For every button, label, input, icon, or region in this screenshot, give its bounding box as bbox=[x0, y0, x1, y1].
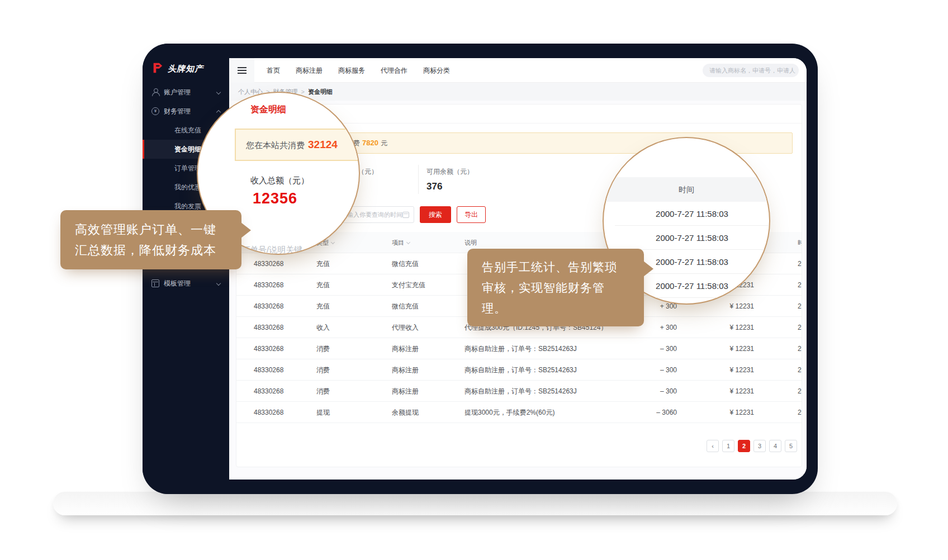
callout-line: 高效管理账户订单、一键 bbox=[75, 219, 227, 240]
sidebar-item-label: 模板管理 bbox=[164, 279, 191, 287]
cell-type: 充值 bbox=[316, 296, 330, 317]
magnified-time-cell: 2000-7-27 11:58:03 bbox=[615, 202, 769, 226]
pagination-page-button[interactable]: 1 bbox=[722, 440, 734, 452]
callout-line: 汇总数据，降低财务成本 bbox=[75, 240, 227, 260]
cell-desc: 商标自助注册，订单号：SB2514263J bbox=[464, 359, 577, 381]
cell-balance: ¥ 12231 bbox=[687, 317, 754, 338]
nav-item-home[interactable]: 首页 bbox=[267, 66, 280, 75]
cell-balance: ¥ 12231 bbox=[687, 402, 754, 423]
cell-balance: ¥ 12231 bbox=[687, 359, 754, 381]
laptop-base bbox=[53, 492, 897, 515]
sidebar-item-account[interactable]: 账户管理 bbox=[143, 83, 229, 102]
cell-project: 代理收入 bbox=[392, 317, 419, 338]
pagination-page-button[interactable]: 4 bbox=[769, 440, 781, 452]
banner-amount: 7820 bbox=[362, 139, 378, 147]
pagination-page-button[interactable]: 3 bbox=[753, 440, 766, 452]
chevron-down-icon bbox=[216, 281, 221, 286]
magnified-income-value: 12356 bbox=[253, 190, 297, 207]
calendar-icon bbox=[402, 212, 409, 218]
magnified-banner: 您在本站共消费32124 bbox=[235, 129, 360, 161]
callout-right-text: 告别手工统计、告别繁琐审核，实现智能财务管理。 bbox=[482, 257, 629, 319]
nav-item-trademark-categories[interactable]: 商标分类 bbox=[423, 66, 450, 75]
chevron-down-icon bbox=[216, 90, 221, 94]
banner-unit: 元 bbox=[381, 139, 387, 147]
search-input[interactable]: 请输入商标名，申请号，申请人 bbox=[703, 64, 799, 77]
callout-line: 告别手工统计、告别繁琐 bbox=[482, 257, 629, 277]
cell-order-no: 48330268 bbox=[254, 402, 283, 423]
search-button[interactable]: 搜索 bbox=[420, 206, 451, 223]
cell-amount: – 300 bbox=[610, 359, 677, 381]
cell-project: 微信充值 bbox=[392, 253, 419, 274]
cell-amount: – 300 bbox=[610, 381, 677, 402]
menu-toggle-button[interactable] bbox=[229, 58, 254, 83]
cell-type: 消费 bbox=[316, 338, 330, 359]
nav-item-trademark-services[interactable]: 商标服务 bbox=[338, 66, 365, 75]
chevron-up-icon bbox=[216, 110, 221, 115]
magnified-time-header: 时间 bbox=[604, 177, 769, 202]
nav-item-agent-cooperation[interactable]: 代理合作 bbox=[381, 66, 407, 75]
cell-time: 2000-7-27 11:58:03 bbox=[798, 274, 802, 296]
breadcrumb: 个人中心>财务管理>资金明细 bbox=[229, 83, 807, 101]
cell-type: 消费 bbox=[316, 381, 330, 402]
cell-type: 充值 bbox=[316, 253, 330, 274]
col-header-label: 项目 bbox=[392, 239, 404, 246]
cell-project: 支付宝充值 bbox=[392, 274, 425, 296]
cell-time: 2000-7-27 11:58:03 bbox=[798, 359, 802, 381]
col-header-time: 时间 bbox=[798, 232, 802, 253]
sidebar-item-label: 资金明细 bbox=[174, 145, 201, 153]
date-placeholder: 请输入你要查询的时间 bbox=[341, 211, 402, 218]
callout-arrow-icon bbox=[241, 222, 251, 238]
export-button[interactable]: 导出 bbox=[457, 206, 486, 223]
logo: 头牌知产 bbox=[151, 61, 203, 76]
sidebar-item-label: 在线充值 bbox=[174, 126, 201, 134]
breadcrumb-separator: > bbox=[301, 88, 304, 95]
table-row: 48330268 消费 商标注册 商标自助注册，订单号：SB2514263J –… bbox=[236, 381, 802, 402]
cell-time: 2000-7-27 11:58:03 bbox=[798, 381, 802, 402]
sort-caret-icon bbox=[406, 240, 410, 244]
cell-type: 提现 bbox=[316, 402, 330, 423]
cell-desc: 商标自助注册，订单号：SB2514263J bbox=[464, 338, 577, 359]
template-icon bbox=[151, 279, 159, 287]
sidebar-item-finance[interactable]: ¥ 财务管理 bbox=[143, 102, 229, 121]
cell-time: 2000-7-27 11:58:03 bbox=[798, 253, 802, 274]
cell-amount: – 300 bbox=[610, 338, 677, 359]
sort-caret-icon bbox=[331, 240, 335, 244]
cell-time: 2000-7-27 11:58:03 bbox=[798, 402, 802, 423]
cell-balance: ¥ 12231 bbox=[687, 338, 754, 359]
cell-time: 2000-7-27 11:58:03 bbox=[798, 317, 802, 338]
sidebar-item-templates[interactable]: 模板管理 bbox=[143, 274, 229, 293]
pagination: ‹ 12345 bbox=[707, 440, 797, 452]
cell-desc: 提现3000元，手续费2%(60元) bbox=[464, 402, 554, 423]
pagination-page-button[interactable]: 2 bbox=[738, 440, 750, 452]
cell-order-no: 48330268 bbox=[254, 296, 283, 317]
col-header-project[interactable]: 项目 bbox=[392, 232, 410, 253]
pagination-pages: 12345 bbox=[722, 440, 797, 452]
top-nav: 首页 商标注册 商标服务 代理合作 商标分类 bbox=[267, 58, 450, 83]
pagination-prev-button[interactable]: ‹ bbox=[707, 440, 719, 452]
sidebar-item-label: 我的发票 bbox=[174, 202, 201, 210]
cell-order-no: 48330268 bbox=[254, 274, 283, 296]
cell-balance: ¥ 12231 bbox=[687, 381, 754, 402]
callout-line: 审核，实现智能财务管 bbox=[482, 277, 629, 298]
magnified-time-cell: 2000-7-27 11:58:03 bbox=[615, 226, 769, 250]
cell-type: 收入 bbox=[316, 317, 330, 338]
nav-item-trademark-register[interactable]: 商标注册 bbox=[296, 66, 323, 75]
cell-time: 2000-7-27 11:58:03 bbox=[798, 338, 802, 359]
sidebar-item-label: 财务管理 bbox=[164, 107, 191, 115]
cell-project: 商标注册 bbox=[392, 338, 419, 359]
top-header: 首页 商标注册 商标服务 代理合作 商标分类 请输入商标名，申请号，申请人 bbox=[229, 58, 807, 83]
cell-amount: – 3060 bbox=[610, 402, 677, 423]
sidebar-item-label: 账户管理 bbox=[164, 88, 191, 96]
stat-balance: 可用余额（元） 376 bbox=[426, 167, 473, 192]
cell-type: 充值 bbox=[316, 274, 330, 296]
magnified-income-label: 收入总额（元） bbox=[250, 175, 309, 186]
hamburger-icon bbox=[238, 70, 247, 71]
pagination-page-button[interactable]: 5 bbox=[785, 440, 797, 452]
user-icon bbox=[151, 88, 159, 96]
cell-type: 消费 bbox=[316, 359, 330, 381]
cell-time: 2000-7-27 11:58:03 bbox=[798, 296, 802, 317]
callout-left: 高效管理账户订单、一键汇总数据，降低财务成本 bbox=[60, 210, 241, 269]
cell-project: 微信充值 bbox=[392, 296, 419, 317]
cell-order-no: 48330268 bbox=[254, 338, 283, 359]
callout-left-text: 高效管理账户订单、一键汇总数据，降低财务成本 bbox=[75, 219, 227, 260]
